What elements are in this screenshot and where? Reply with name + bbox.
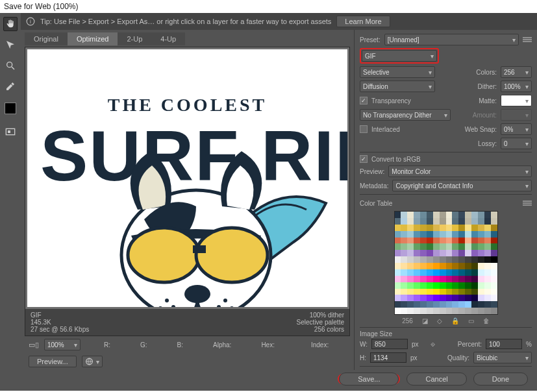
color-swatch[interactable] <box>395 263 401 269</box>
color-swatch[interactable] <box>491 212 497 218</box>
color-swatch[interactable] <box>458 282 465 289</box>
color-swatch[interactable] <box>401 231 407 238</box>
color-swatch[interactable] <box>484 238 491 244</box>
color-swatch[interactable] <box>471 238 478 244</box>
color-swatch[interactable] <box>471 269 478 276</box>
color-swatch[interactable] <box>471 212 478 218</box>
color-swatch[interactable] <box>427 282 433 289</box>
save-button[interactable]: Save... <box>339 373 399 386</box>
color-swatch[interactable] <box>433 308 440 314</box>
color-swatch[interactable] <box>458 256 465 263</box>
color-swatch[interactable] <box>440 238 446 244</box>
color-swatch[interactable] <box>458 301 465 308</box>
color-swatch[interactable] <box>414 289 420 295</box>
color-swatch[interactable] <box>452 250 458 256</box>
color-swatch[interactable] <box>465 295 471 301</box>
color-swatch[interactable] <box>465 256 471 263</box>
color-swatch[interactable] <box>427 263 433 269</box>
color-swatch[interactable] <box>458 225 465 231</box>
color-swatch[interactable] <box>452 295 458 301</box>
color-swatch[interactable] <box>427 301 433 308</box>
color-swatch[interactable] <box>440 250 446 256</box>
color-swatch[interactable] <box>484 301 491 308</box>
color-swatch[interactable] <box>465 301 471 308</box>
color-swatch[interactable] <box>491 218 497 225</box>
color-swatch[interactable] <box>414 250 420 256</box>
color-swatch[interactable] <box>427 256 433 263</box>
color-swatch[interactable] <box>446 256 453 263</box>
color-swatch[interactable] <box>478 212 484 218</box>
color-swatch[interactable] <box>433 243 440 250</box>
color-swatch[interactable] <box>401 269 407 276</box>
zoom-select[interactable]: 100%▾ <box>44 339 81 350</box>
color-swatch[interactable] <box>395 212 401 218</box>
color-swatch[interactable] <box>420 256 427 263</box>
color-swatch[interactable] <box>407 263 414 269</box>
color-swatch[interactable] <box>420 238 427 244</box>
color-swatch[interactable] <box>491 243 497 250</box>
color-swatch[interactable] <box>440 269 446 276</box>
color-swatch[interactable] <box>465 212 471 218</box>
color-swatch[interactable] <box>465 308 471 314</box>
dither-method-select[interactable]: Diffusion▾ <box>360 80 435 92</box>
color-swatch[interactable] <box>395 308 401 314</box>
color-swatch[interactable] <box>458 218 465 225</box>
color-swatch[interactable] <box>414 256 420 263</box>
color-swatch[interactable] <box>440 256 446 263</box>
color-swatch[interactable] <box>433 276 440 282</box>
color-swatch[interactable] <box>407 269 414 276</box>
color-swatch[interactable] <box>395 276 401 282</box>
color-swatch[interactable] <box>395 231 401 238</box>
color-swatch[interactable] <box>401 212 407 218</box>
color-swatch[interactable] <box>395 250 401 256</box>
color-swatch[interactable] <box>478 238 484 244</box>
color-swatch[interactable] <box>452 301 458 308</box>
interlaced-checkbox[interactable] <box>360 125 368 133</box>
color-swatch[interactable] <box>395 269 401 276</box>
color-swatch[interactable] <box>414 238 420 244</box>
color-swatch[interactable] <box>446 308 453 314</box>
color-swatch[interactable] <box>478 301 484 308</box>
color-swatch[interactable] <box>407 256 414 263</box>
eyedropper-tool-icon[interactable] <box>3 79 18 93</box>
color-swatch[interactable] <box>433 225 440 231</box>
color-swatch[interactable] <box>478 218 484 225</box>
color-swatch[interactable] <box>484 289 491 295</box>
color-swatch[interactable] <box>401 218 407 225</box>
color-swatch[interactable] <box>440 212 446 218</box>
color-swatch[interactable] <box>414 218 420 225</box>
color-swatch[interactable] <box>407 282 414 289</box>
color-swatch[interactable] <box>420 295 427 301</box>
color-swatch[interactable] <box>446 238 453 244</box>
color-swatch[interactable] <box>465 250 471 256</box>
color-swatch[interactable] <box>471 256 478 263</box>
color-swatch[interactable] <box>420 218 427 225</box>
color-swatch[interactable] <box>420 269 427 276</box>
color-swatch[interactable] <box>414 263 420 269</box>
color-swatch[interactable] <box>407 276 414 282</box>
learn-more-button[interactable]: Learn More <box>336 16 390 27</box>
color-swatch[interactable] <box>433 301 440 308</box>
color-swatch[interactable] <box>491 231 497 238</box>
color-swatch[interactable] <box>491 282 497 289</box>
matte-select[interactable]: ▾ <box>501 95 532 106</box>
color-swatch[interactable] <box>420 289 427 295</box>
ct-trash-icon[interactable]: 🗑 <box>483 317 490 325</box>
color-swatch[interactable] <box>478 263 484 269</box>
color-swatch[interactable] <box>458 243 465 250</box>
color-swatch[interactable] <box>458 276 465 282</box>
slice-visibility-icon[interactable] <box>3 125 18 139</box>
metadata-select[interactable]: Copyright and Contact Info▾ <box>392 180 532 191</box>
preset-select[interactable]: [Unnamed]▾ <box>384 34 519 45</box>
color-swatch[interactable] <box>471 289 478 295</box>
color-swatch[interactable] <box>478 289 484 295</box>
color-swatch[interactable] <box>427 212 433 218</box>
color-swatch[interactable] <box>491 256 497 263</box>
foreground-color-swatch[interactable] <box>5 103 16 114</box>
color-swatch[interactable] <box>452 212 458 218</box>
color-swatch[interactable] <box>433 282 440 289</box>
quality-select[interactable]: Bicubic▾ <box>473 352 532 363</box>
color-swatch[interactable] <box>465 238 471 244</box>
color-swatch[interactable] <box>484 231 491 238</box>
color-swatch[interactable] <box>401 295 407 301</box>
